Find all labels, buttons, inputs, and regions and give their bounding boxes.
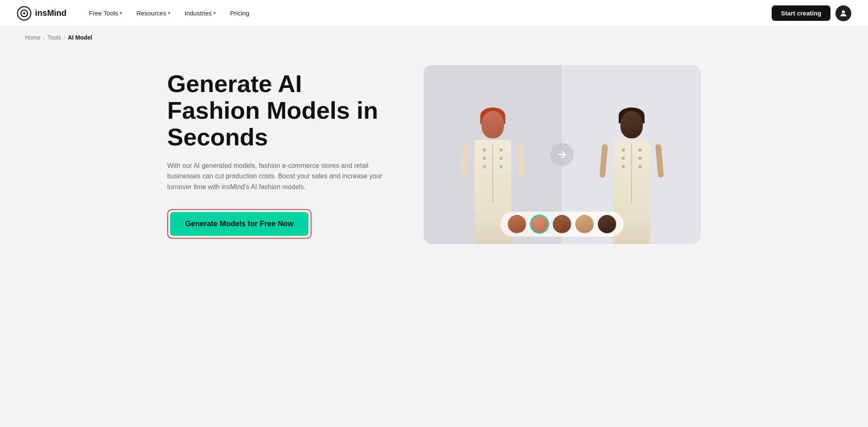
main-content: Generate AI Fashion Models in Seconds Wi…: [142, 48, 726, 277]
breadcrumb-sep-1: ›: [43, 35, 45, 41]
breadcrumb-tools[interactable]: Tools: [48, 34, 61, 41]
nav-item-free-tools[interactable]: Free Tools ▾: [83, 6, 128, 20]
hero-image-card: [424, 65, 701, 244]
hero-left: Generate AI Fashion Models in Seconds Wi…: [167, 70, 399, 238]
model-head-right: [620, 111, 643, 138]
logo-icon: [17, 6, 32, 21]
brand-logo[interactable]: insMind: [17, 6, 67, 21]
model-torso-right: [613, 140, 650, 215]
nav-menu: Free Tools ▾ Resources ▾ Industries ▾ Pr…: [83, 6, 772, 20]
nav-item-industries[interactable]: Industries ▾: [179, 6, 222, 20]
breadcrumb: Home › Tools › AI Model: [0, 27, 868, 48]
model-torso-left: [474, 140, 511, 215]
user-icon: [839, 9, 848, 18]
nav-item-resources[interactable]: Resources ▾: [130, 6, 176, 20]
model-selector-strip: [500, 212, 624, 237]
hero-title: Generate AI Fashion Models in Seconds: [167, 70, 399, 150]
navbar: insMind Free Tools ▾ Resources ▾ Industr…: [0, 0, 868, 27]
hero-description: With our AI generated models, fashion e-…: [167, 160, 384, 192]
arrow-right-icon: [556, 149, 568, 160]
hero-right: [424, 65, 701, 244]
start-creating-button[interactable]: Start creating: [772, 5, 830, 21]
brand-name: insMind: [35, 8, 67, 18]
face-thumb-2[interactable]: [530, 215, 549, 233]
face-thumb-4[interactable]: [575, 215, 594, 233]
user-avatar-button[interactable]: [835, 5, 851, 21]
breadcrumb-sep-2: ›: [63, 35, 65, 41]
breadcrumb-current: AI Model: [68, 34, 92, 41]
nav-item-pricing[interactable]: Pricing: [224, 6, 255, 20]
face-thumb-5[interactable]: [598, 215, 616, 233]
navbar-actions: Start creating: [772, 5, 851, 21]
arrow-divider: [550, 143, 574, 166]
generate-models-button[interactable]: Generate Models for Free Now: [170, 212, 309, 236]
face-thumb-1[interactable]: [508, 215, 526, 233]
breadcrumb-home[interactable]: Home: [25, 34, 40, 41]
svg-point-2: [23, 12, 25, 14]
chevron-down-icon: ▾: [213, 10, 216, 16]
chevron-down-icon: ▾: [168, 10, 171, 16]
cta-wrapper: Generate Models for Free Now: [167, 209, 311, 239]
svg-point-3: [842, 10, 845, 13]
model-head-left: [482, 111, 504, 138]
chevron-down-icon: ▾: [120, 10, 122, 16]
face-thumb-3[interactable]: [553, 215, 571, 233]
